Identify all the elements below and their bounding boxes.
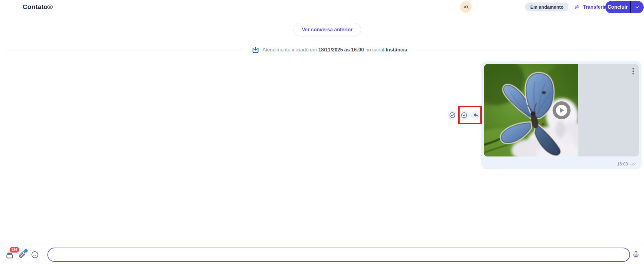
reply-icon bbox=[473, 112, 479, 119]
header: Contato Em andamento bbox=[0, 0, 644, 14]
transfer-button[interactable]: Transferir bbox=[568, 1, 611, 13]
kebab-menu-icon bbox=[632, 68, 634, 75]
attachment-notification-dot bbox=[24, 249, 28, 253]
session-text-prefix: Atendimento iniciado em bbox=[262, 47, 317, 53]
search-messages-button[interactable] bbox=[460, 1, 472, 13]
smiley-icon bbox=[31, 250, 39, 259]
session-datetime: 18/11/2025 às 16:00 bbox=[318, 47, 364, 53]
play-video-button[interactable] bbox=[553, 101, 571, 119]
message-options-button[interactable] bbox=[631, 67, 635, 76]
status-badge: Em andamento bbox=[525, 2, 569, 11]
attach-file-button[interactable] bbox=[18, 250, 26, 259]
session-text-middle: no canal bbox=[365, 47, 384, 53]
download-circle-icon bbox=[461, 112, 468, 119]
video-message-media[interactable] bbox=[484, 64, 639, 156]
quick-replies-button[interactable]: 126 bbox=[5, 250, 15, 260]
emoji-picker-button[interactable] bbox=[31, 250, 39, 259]
page-title: Contato bbox=[23, 3, 48, 11]
play-icon bbox=[556, 105, 567, 116]
session-start-inbox-icon bbox=[252, 46, 259, 54]
microphone-icon bbox=[632, 250, 640, 259]
view-contact-eye-icon[interactable] bbox=[46, 3, 54, 11]
conclude-button-label[interactable]: Concluir bbox=[605, 1, 630, 13]
session-start-text: Atendimento iniciado em 18/11/2025 às 16… bbox=[262, 45, 407, 55]
message-bubble-outgoing: 16:03 bbox=[481, 61, 642, 169]
transfer-arrows-icon bbox=[573, 4, 580, 11]
message-input[interactable] bbox=[47, 248, 630, 262]
conclude-split-button[interactable]: Concluir bbox=[605, 1, 644, 13]
divider-line-left bbox=[5, 50, 244, 50]
session-start-divider: Atendimento iniciado em 18/11/2025 às 16… bbox=[0, 45, 644, 55]
message-meta: 16:03 bbox=[617, 161, 637, 166]
search-list-icon bbox=[463, 4, 469, 10]
reply-message-button[interactable] bbox=[471, 110, 481, 120]
previous-conversation-button[interactable]: Ver conversa anterior bbox=[293, 23, 361, 36]
check-circle-icon bbox=[449, 112, 456, 119]
divider-line-right bbox=[403, 50, 639, 50]
header-divider bbox=[477, 2, 477, 12]
message-actions bbox=[448, 110, 481, 120]
delivered-double-check-icon bbox=[630, 162, 637, 166]
record-audio-button[interactable] bbox=[632, 250, 640, 259]
chevron-down-icon[interactable] bbox=[631, 1, 644, 13]
mark-resolved-button[interactable] bbox=[448, 110, 457, 120]
download-media-button[interactable] bbox=[459, 110, 469, 120]
message-time: 16:03 bbox=[617, 161, 628, 166]
transfer-button-label: Transferir bbox=[583, 4, 606, 10]
composer-bar: 126 bbox=[0, 245, 644, 264]
chat-window: Contato Em andamento bbox=[0, 0, 644, 264]
